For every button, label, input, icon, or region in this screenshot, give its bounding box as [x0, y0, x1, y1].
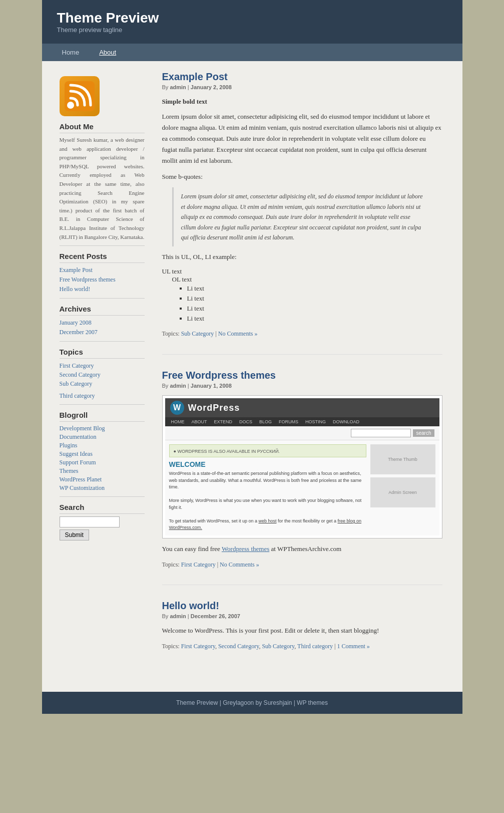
wp-search-input[interactable] — [351, 429, 411, 437]
blogroll-link-2[interactable]: Plugins — [60, 441, 145, 450]
post-body-0: Lorem ipsum dolor sit amet, consectetur … — [162, 111, 442, 166]
blogroll-link-3[interactable]: Suggest Ideas — [60, 450, 145, 458]
blogroll-link-6[interactable]: WordPress Planet — [60, 475, 145, 484]
list-item: Support Forum — [60, 458, 145, 467]
list-item: Suggest Ideas — [60, 450, 145, 458]
topic-link-no-comments-1[interactable]: No Comments » — [220, 561, 259, 568]
post-date-1: January 1, 2008 — [191, 383, 232, 389]
wp-nav-about: ABOUT — [188, 417, 211, 426]
post-date-2: December 26, 2007 — [191, 613, 240, 619]
blogroll-link-1[interactable]: Documentation — [60, 433, 145, 441]
list-item: WP Customization — [60, 484, 145, 492]
topic-link-first-cat-2[interactable]: First Category — [181, 643, 215, 650]
wp-notice-text: ● WORDPRESS IS ALSO AVAILABLE IN РУССКИЙ… — [174, 449, 280, 454]
list-item: Example Post — [60, 265, 145, 275]
post-author-0: admin — [170, 84, 186, 90]
topic-link-3[interactable]: Third category — [60, 392, 95, 399]
post-title-link-1[interactable]: Free Wordpress themes — [162, 370, 276, 381]
divider-3 — [60, 341, 145, 342]
list-item: Li text — [187, 294, 442, 304]
topic-link-sub-category[interactable]: Sub Category — [181, 330, 214, 337]
nav-item-home[interactable]: Home — [52, 44, 90, 61]
topics-heading: Topics — [60, 348, 145, 359]
post-title-1: Free Wordpress themes — [162, 370, 442, 381]
ul-text: UL text — [162, 267, 442, 276]
blogroll-link-0[interactable]: Development Blog — [60, 424, 145, 433]
list-item: Third category — [60, 391, 145, 400]
topic-link-1[interactable]: Second Category — [60, 371, 101, 378]
topics-label-0: Topics: — [162, 330, 180, 337]
bio-text: Myself Suresh kumar, a web designer and … — [60, 136, 145, 241]
site-tagline: Theme preview tagline — [57, 26, 447, 34]
wp-body: ● WORDPRESS IS ALSO AVAILABLE IN РУССКИЙ… — [165, 440, 439, 535]
recent-post-link-0[interactable]: Example Post — [60, 265, 145, 275]
post-body-text-1: You can easy find free — [162, 545, 220, 553]
search-heading: Search — [60, 503, 145, 514]
site-title: Theme Preview — [57, 10, 447, 26]
avatar — [60, 76, 145, 116]
post-ul-ol-0: This is UL, OL, LI example: UL text OL t… — [162, 251, 442, 324]
wp-search-button[interactable]: search — [413, 429, 434, 437]
topic-link-2[interactable]: Sub Category — [60, 380, 93, 387]
wp-search-bar: search — [165, 426, 439, 440]
list-item: Documentation — [60, 433, 145, 441]
search-input[interactable] — [60, 516, 120, 527]
divider-2 — [60, 298, 145, 299]
blogroll-list: Development Blog Documentation Plugins S… — [60, 424, 145, 492]
topic-link-no-comments-0[interactable]: No Comments » — [218, 330, 258, 337]
recent-posts-list: Example Post Free Wordpress themes Hello… — [60, 265, 145, 294]
wp-nav-download: DOWNLOAD — [329, 417, 363, 426]
about-me-heading: About Me — [60, 122, 145, 133]
wp-nav-extend: EXTEND — [211, 417, 236, 426]
topic-link-third-cat-2[interactable]: Third category — [297, 643, 333, 650]
post-topics-1: Topics: First Category | No Comments » — [162, 560, 442, 570]
archive-link-0[interactable]: January 2008 — [60, 318, 145, 328]
post-topics-0: Topics: Sub Category | No Comments » — [162, 329, 442, 339]
list-item: December 2007 — [60, 328, 145, 337]
list-item: Plugins — [60, 441, 145, 450]
svg-point-1 — [67, 102, 74, 109]
post-free-wordpress-themes: Free Wordpress themes By admin | January… — [162, 370, 442, 586]
topic-link-0[interactable]: First Category — [60, 362, 94, 369]
post-title-link-0[interactable]: Example Post — [162, 71, 228, 82]
topic-link-first-cat[interactable]: First Category — [181, 561, 216, 568]
nav-link-home[interactable]: Home — [52, 44, 90, 61]
main-nav: Home About — [42, 44, 462, 61]
blogroll-link-5[interactable]: Themes — [60, 467, 145, 475]
post-example-post: Example Post By admin | January 2, 2008 … — [162, 71, 442, 355]
post-title-0: Example Post — [162, 71, 442, 83]
post-body-text2-1: at WPThemesArchive.com — [271, 545, 342, 553]
post-title-link-2[interactable]: Hello world! — [162, 600, 219, 611]
search-button[interactable]: Search — [60, 529, 89, 540]
topic-link-second-cat-2[interactable]: Second Category — [218, 643, 259, 650]
wp-nav-blog: BLOG — [256, 417, 275, 426]
post-bquotes-label: Some b-quotes: — [162, 171, 442, 182]
post-topics-2: Topics: First Category, Second Category,… — [162, 641, 442, 651]
list-item: WordPress Planet — [60, 475, 145, 484]
nav-link-about[interactable]: About — [89, 44, 126, 61]
wp-desc-text: WordPress is a state-of-the-art semantic… — [169, 470, 366, 531]
archive-list: January 2008 December 2007 — [60, 318, 145, 337]
recent-post-link-1[interactable]: Free Wordpress themes — [60, 275, 145, 285]
archive-link-1[interactable]: December 2007 — [60, 328, 145, 337]
recent-post-link-2[interactable]: Hello world! — [60, 285, 145, 294]
list-item: Sub Category — [60, 379, 145, 388]
topic-link-sub-cat-2[interactable]: Sub Category — [262, 643, 294, 650]
wp-themes-link[interactable]: Wordpress themes — [222, 545, 269, 553]
nav-item-about[interactable]: About — [89, 44, 126, 61]
rss-icon — [60, 76, 100, 116]
wp-screenshot: W WordPress HOME ABOUT EXTEND DOCS BLOG … — [162, 395, 442, 538]
divider-5 — [60, 496, 145, 497]
blogroll-link-7[interactable]: WP Customization — [60, 484, 145, 492]
topic-link-1-comment[interactable]: 1 Comment » — [337, 643, 369, 650]
blogroll-link-4[interactable]: Support Forum — [60, 458, 145, 467]
sidebar: About Me Myself Suresh kumar, a web desi… — [52, 71, 152, 682]
post-blockquote-0: Lorem ipsum dolor sit amet, consectetur … — [172, 187, 432, 246]
wp-brand-text: WordPress — [188, 403, 240, 413]
list-item: Li text — [187, 284, 442, 294]
list-item: Development Blog — [60, 424, 145, 433]
wp-notice: ● WORDPRESS IS ALSO AVAILABLE IN РУССКИЙ… — [169, 444, 366, 457]
divider-1 — [60, 245, 145, 246]
archives-heading: Archives — [60, 305, 145, 316]
wp-admin-thumb: Admin Screen — [370, 477, 435, 507]
